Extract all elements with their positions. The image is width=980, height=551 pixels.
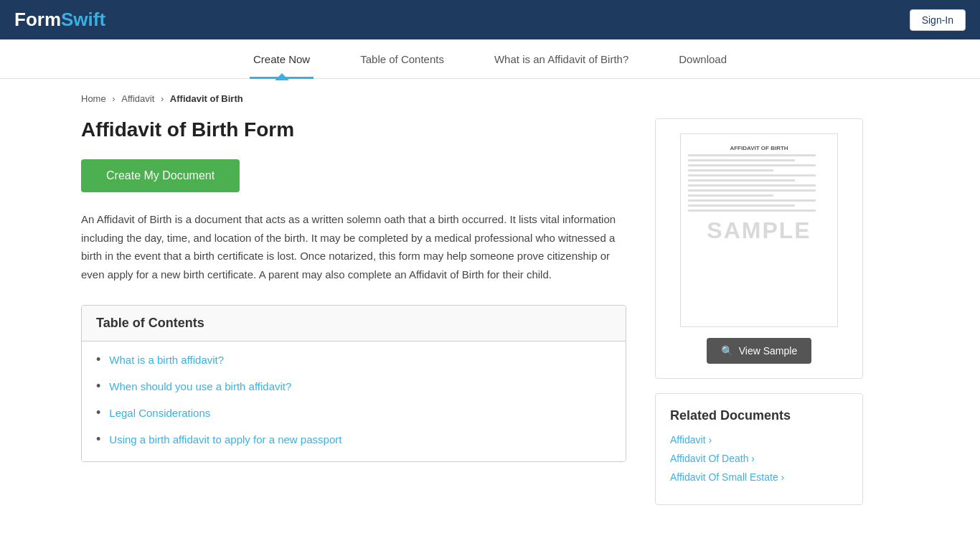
nav-create-now[interactable]: Create Now	[250, 39, 314, 79]
toc-item-1: • What is a birth affidavit?	[96, 352, 611, 367]
view-sample-button[interactable]: 🔍 View Sample	[707, 338, 811, 364]
breadcrumb-current: Affidavit of Birth	[170, 93, 243, 104]
related-link-3[interactable]: Affidavit Of Small Estate ›	[670, 471, 848, 483]
toc-bullet-1: •	[96, 352, 100, 367]
related-link-2[interactable]: Affidavit Of Death ›	[670, 453, 848, 464]
sample-line-10	[688, 199, 816, 202]
toc-link-1[interactable]: What is a birth affidavit?	[109, 354, 224, 366]
sample-card: AFFIDAVIT OF BIRTH	[655, 118, 863, 379]
magnify-icon: 🔍	[721, 345, 733, 357]
breadcrumb-home[interactable]: Home	[81, 93, 106, 104]
toc-link-3[interactable]: Legal Considerations	[109, 407, 210, 419]
toc-body: • What is a birth affidavit? • When shou…	[82, 342, 626, 461]
nav-what-is[interactable]: What is an Affidavit of Birth?	[491, 39, 632, 79]
site-header: Form Swift Sign-In	[0, 0, 980, 39]
content-wrapper: Home › Affidavit › Affidavit of Birth Af…	[60, 79, 920, 519]
nav-table-of-contents[interactable]: Table of Contents	[357, 39, 448, 79]
toc-bullet-2: •	[96, 379, 100, 394]
sample-line-9	[688, 194, 773, 197]
sample-lines	[688, 154, 830, 215]
toc-link-2[interactable]: When should you use a birth affidavit?	[109, 380, 291, 392]
nav-download[interactable]: Download	[675, 39, 730, 79]
page-title: Affidavit of Birth Form	[81, 118, 626, 141]
sample-line-11	[688, 204, 795, 207]
toc-bullet-4: •	[96, 432, 100, 447]
related-link-1[interactable]: Affidavit ›	[670, 434, 848, 446]
sign-in-button[interactable]: Sign-In	[910, 9, 966, 31]
toc-item-3: • Legal Considerations	[96, 405, 611, 420]
sample-line-7	[688, 184, 816, 187]
create-my-document-button[interactable]: Create My Document	[81, 159, 240, 192]
left-column: Affidavit of Birth Form Create My Docume…	[81, 118, 626, 462]
main-nav: Create Now Table of Contents What is an …	[0, 39, 980, 79]
related-title: Related Documents	[670, 408, 848, 423]
right-column: AFFIDAVIT OF BIRTH	[655, 118, 863, 505]
sample-preview: AFFIDAVIT OF BIRTH	[680, 133, 838, 327]
breadcrumb-sep-1: ›	[112, 93, 118, 104]
breadcrumb: Home › Affidavit › Affidavit of Birth	[81, 93, 899, 104]
breadcrumb-sep-2: ›	[161, 93, 166, 104]
toc-title: Table of Contents	[82, 306, 626, 342]
view-sample-label: View Sample	[739, 345, 797, 357]
logo: Form Swift	[14, 9, 105, 31]
breadcrumb-parent[interactable]: Affidavit	[121, 93, 154, 104]
sample-line-2	[688, 159, 795, 161]
sample-line-1	[688, 154, 816, 156]
toc-item-2: • When should you use a birth affidavit?	[96, 379, 611, 394]
logo-swift-text: Swift	[61, 9, 105, 31]
sample-line-4	[688, 169, 773, 171]
logo-form-text: Form	[14, 9, 61, 31]
description-text: An Affidavit of Birth is a document that…	[81, 210, 626, 283]
toc-link-4[interactable]: Using a birth affidavit to apply for a n…	[109, 433, 341, 446]
sample-line-3	[688, 164, 816, 166]
sample-line-12	[688, 209, 816, 212]
sample-watermark: SAMPLE	[707, 217, 811, 244]
sample-line-8	[688, 189, 816, 192]
related-documents-card: Related Documents Affidavit › Affidavit …	[655, 393, 863, 505]
toc-bullet-3: •	[96, 405, 100, 420]
toc-box: Table of Contents • What is a birth affi…	[81, 305, 626, 462]
sample-doc-title: AFFIDAVIT OF BIRTH	[730, 145, 788, 151]
main-layout: Affidavit of Birth Form Create My Docume…	[81, 118, 899, 505]
sample-line-5	[688, 174, 816, 176]
toc-item-4: • Using a birth affidavit to apply for a…	[96, 432, 611, 447]
sample-line-6	[688, 179, 795, 182]
